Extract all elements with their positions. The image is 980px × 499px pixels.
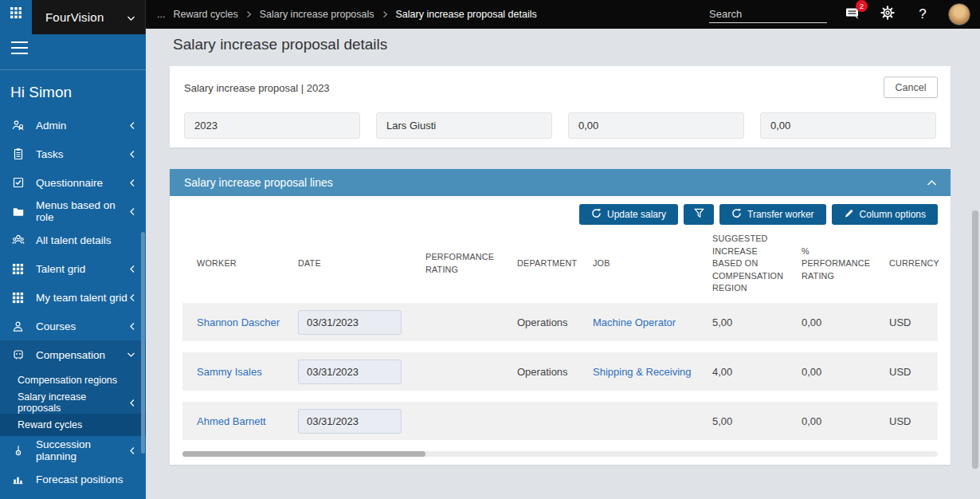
button-label: Update salary	[607, 209, 666, 220]
chevron-left-icon	[129, 293, 135, 302]
proposal-fields	[184, 112, 936, 139]
sidebar-item-my-team-talent-grid[interactable]: My team talent grid	[0, 283, 146, 312]
sidebar-item-forecast-positions[interactable]: Forecast positions	[0, 465, 146, 493]
sidebar-item-label: Succession planning	[36, 438, 129, 462]
job-link[interactable]: Shipping & Receiving	[593, 366, 692, 378]
column-header-currency[interactable]: CURRENCY	[889, 257, 938, 270]
sidebar-item-tasks[interactable]: Tasks	[0, 139, 146, 168]
admin-icon	[10, 119, 25, 132]
sidebar-item-all-talent-details[interactable]: All talent details	[0, 226, 146, 254]
sidebar-item-compensation-regions[interactable]: Compensation regions	[0, 369, 146, 391]
button-label: Transfer worker	[747, 209, 814, 220]
department-cell: Operations	[517, 366, 593, 378]
table-row: Sammy Isales Operations Shipping & Recei…	[182, 352, 938, 391]
amount-field-2[interactable]	[760, 112, 936, 139]
sidebar-item-label: Compensation	[36, 349, 105, 361]
owner-field[interactable]	[376, 112, 552, 139]
column-header-job[interactable]: JOB	[593, 257, 712, 270]
sidebar-item-label: My team talent grid	[36, 292, 127, 304]
worker-link[interactable]: Shannon Dascher	[197, 316, 280, 328]
chevron-up-icon	[927, 179, 937, 187]
sidebar-item-questionnaire[interactable]: Questionnaire	[0, 168, 146, 197]
sidebar-greeting: Hi Simon	[0, 70, 146, 111]
chevron-left-icon	[129, 446, 135, 455]
worker-link[interactable]: Sammy Isales	[197, 366, 262, 378]
job-link[interactable]: Machine Operator	[593, 316, 676, 328]
sidebar-item-courses[interactable]: Courses	[0, 312, 146, 340]
sidebar-scrollbar[interactable]	[141, 232, 145, 454]
chevron-left-icon	[129, 265, 135, 273]
column-header-worker[interactable]: WORKER	[197, 257, 298, 270]
main-content: Salary increase proposal details Salary …	[146, 29, 980, 499]
chevron-left-icon	[129, 322, 135, 331]
year-field[interactable]	[184, 112, 360, 139]
amount-field-1[interactable]	[568, 112, 744, 139]
sidebar-item-talent-grid[interactable]: Talent grid	[0, 254, 146, 283]
pen-icon	[844, 208, 854, 221]
search-input[interactable]	[709, 6, 827, 23]
date-input[interactable]	[298, 360, 402, 384]
cancel-button[interactable]: Cancel	[884, 77, 938, 98]
lines-toolbar: Update salary Transfer worker Column opt…	[182, 204, 938, 225]
breadcrumb: ... Reward cycles Salary increase propos…	[157, 0, 537, 29]
grid-icon	[10, 292, 25, 304]
questionnaire-icon	[10, 176, 25, 189]
sidebar-item-succession-planning[interactable]: Succession planning	[0, 436, 146, 465]
filter-button[interactable]	[684, 204, 714, 225]
sidebar-item-menus-based-on-role[interactable]: Menus based on role	[0, 197, 146, 226]
app-launcher-button[interactable]	[0, 0, 32, 29]
sidebar-toggle-button[interactable]	[0, 29, 146, 69]
clipboard-icon	[10, 147, 25, 160]
grid-icon	[10, 263, 25, 275]
sidebar-group-compensation: Compensation Compensation regions Salary…	[0, 340, 146, 436]
date-input[interactable]	[298, 310, 402, 335]
column-options-button[interactable]: Column options	[832, 204, 938, 225]
update-salary-button[interactable]: Update salary	[579, 204, 678, 225]
page-title: Salary increase proposal details	[146, 29, 980, 61]
proposal-summary-card: Salary increase proposal | 2023 Cancel	[170, 66, 951, 147]
column-header-pct-performance-rating[interactable]: % PERFORMANCE RATING	[802, 246, 889, 283]
date-input[interactable]	[298, 409, 402, 434]
column-header-date[interactable]: DATE	[298, 257, 425, 270]
column-header-department[interactable]: DEPARTMENT	[517, 257, 593, 270]
transfer-worker-button[interactable]: Transfer worker	[719, 204, 826, 225]
folder-icon	[10, 205, 25, 218]
app-switcher[interactable]: FourVision	[32, 0, 146, 34]
sidebar-item-reward-cycles[interactable]: Reward cycles	[0, 414, 146, 436]
notifications-button[interactable]: 2	[843, 5, 862, 24]
settings-button[interactable]	[878, 5, 897, 24]
sidebar-item-salary-increase-proposals[interactable]: Salary increase proposals	[0, 391, 146, 414]
worker-link[interactable]: Ahmed Barnett	[197, 415, 266, 427]
column-header-suggested-increase[interactable]: SUGGESTED INCREASE BASED ON COMPENSATION…	[712, 233, 802, 295]
proposal-lines-header[interactable]: Salary increase proposal lines	[170, 169, 951, 196]
gear-icon	[880, 6, 895, 23]
breadcrumb-separator-icon	[246, 10, 252, 18]
table-header-row: WORKER DATE PERFORMANCE RATING DEPARTMEN…	[182, 225, 938, 303]
proposal-lines-body: Update salary Transfer worker Column opt…	[170, 196, 951, 465]
chevron-left-icon	[129, 179, 135, 187]
waffle-icon	[10, 6, 22, 22]
breadcrumb-item[interactable]: Salary increase proposals	[260, 9, 374, 20]
sidebar-item-label: Talent grid	[36, 263, 85, 275]
sidebar-item-search-profiles[interactable]: Search profiles	[0, 493, 146, 499]
breadcrumb-separator-icon	[382, 10, 388, 18]
breadcrumb-item[interactable]: Reward cycles	[173, 9, 237, 20]
horizontal-scrollbar-thumb[interactable]	[182, 451, 425, 457]
breadcrumb-overflow[interactable]: ...	[157, 9, 165, 20]
person-icon	[10, 320, 25, 332]
column-header-performance-rating[interactable]: PERFORMANCE RATING	[425, 251, 517, 276]
vertical-scrollbar[interactable]	[972, 210, 978, 469]
suggested-increase-cell: 5,00	[712, 316, 802, 328]
currency-cell: USD	[889, 415, 938, 427]
pct-performance-rating-cell: 0,00	[802, 316, 889, 328]
horizontal-scrollbar[interactable]	[182, 451, 938, 457]
chevron-left-icon	[129, 399, 135, 407]
sidebar-item-compensation[interactable]: Compensation	[0, 340, 146, 369]
table-row: Ahmed Barnett 5,00 0,00 USD	[182, 402, 938, 440]
currency-cell: USD	[889, 316, 938, 328]
user-avatar[interactable]	[948, 3, 970, 26]
compensation-icon	[10, 348, 25, 361]
help-button[interactable]: ?	[913, 5, 932, 24]
sidebar-item-admin[interactable]: Admin	[0, 111, 146, 139]
proposal-subtitle: Salary increase proposal | 2023	[184, 82, 330, 94]
